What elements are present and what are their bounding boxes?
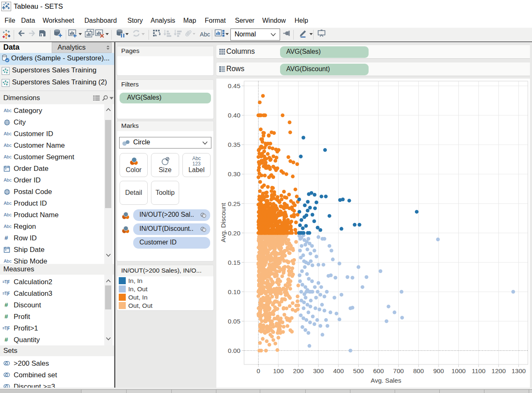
svg-text:1300: 1300 [511, 367, 526, 374]
svg-text:0.40: 0.40 [228, 112, 241, 119]
svg-text:1200: 1200 [491, 367, 506, 374]
svg-text:0.05: 0.05 [228, 318, 240, 325]
svg-text:200: 200 [293, 367, 304, 374]
svg-text:Avg. Discount: Avg. Discount [220, 203, 227, 242]
svg-text:0.25: 0.25 [228, 200, 240, 207]
svg-text:0: 0 [256, 367, 260, 374]
svg-text:100: 100 [273, 367, 284, 374]
svg-text:0.35: 0.35 [228, 141, 240, 148]
svg-text:800: 800 [413, 367, 424, 374]
svg-text:700: 700 [393, 367, 404, 374]
svg-text:600: 600 [373, 367, 384, 374]
svg-text:0.20: 0.20 [228, 230, 241, 237]
svg-text:500: 500 [353, 367, 364, 374]
svg-text:0.30: 0.30 [228, 170, 241, 177]
svg-text:1100: 1100 [472, 367, 486, 374]
svg-text:Avg. Sales: Avg. Sales [371, 377, 401, 384]
svg-text:0.10: 0.10 [228, 288, 241, 295]
svg-text:1000: 1000 [451, 367, 466, 374]
svg-text:0.00: 0.00 [228, 347, 241, 354]
svg-text:400: 400 [333, 367, 344, 374]
svg-text:300: 300 [313, 367, 324, 374]
svg-text:0.15: 0.15 [228, 259, 240, 266]
svg-text:0.45: 0.45 [228, 82, 240, 89]
svg-text:900: 900 [433, 367, 444, 374]
